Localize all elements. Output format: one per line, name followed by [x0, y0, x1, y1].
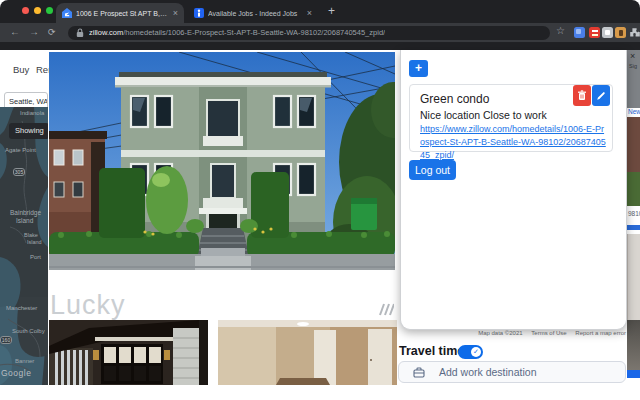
extension-popup: + Green condo Nice location Close to wor… [400, 50, 627, 330]
map-label: Manchester [6, 305, 37, 311]
map-label: Indianola [20, 110, 44, 116]
toggle-check-icon: ✓ [471, 347, 481, 357]
card-title: Green condo [420, 92, 489, 106]
forward-icon[interactable]: → [29, 27, 39, 37]
pencil-icon [596, 91, 606, 101]
nav-rent-link[interactable]: Rent [36, 64, 49, 75]
tab-indeed[interactable]: Available Jobs - Indeed Jobs × [188, 3, 318, 23]
map-tooltip: Showing [9, 123, 48, 139]
add-work-destination-button[interactable]: Add work destination [398, 361, 626, 383]
url-text: zillow.com/homedetails/1006-E-Prospect-S… [89, 28, 385, 37]
add-note-button[interactable]: + [409, 60, 428, 77]
bookmark-star-icon[interactable]: ☆ [556, 26, 565, 36]
tab-title: 1006 E Prospect St APT B, Se [76, 10, 169, 17]
indeed-favicon [194, 8, 204, 18]
browser-toolbar: ← → ⟳ zillow.com/homedetails/1006-E-Pros… [0, 23, 640, 42]
terms-of-use-link[interactable]: Terms of Use [531, 330, 566, 336]
extension-icon-red[interactable] [589, 27, 600, 38]
photo-edge-brick [627, 117, 640, 172]
zillow-nav: Buy Rent [0, 55, 49, 83]
sign-in-partial-text: Sig [629, 63, 637, 69]
card-description: Nice location Close to work [420, 109, 547, 121]
map-label: South Colby [12, 328, 45, 334]
listing-photo-main[interactable] [49, 52, 395, 270]
map-label: Island [16, 218, 33, 225]
listing-photo-porch[interactable] [49, 320, 208, 385]
close-icon[interactable]: × [630, 52, 635, 61]
delete-button[interactable] [573, 85, 591, 106]
url-path: /homedetails/1006-E-Prospect-St-APT-B-Se… [123, 28, 385, 37]
partial-link-text[interactable]: New [628, 108, 640, 115]
route-shield: 305 [13, 168, 25, 176]
extensions-puzzle-icon[interactable] [629, 27, 640, 38]
google-logo: Google [1, 368, 31, 378]
map-attribution: Map data ©2021 Terms of Use Report a map… [400, 330, 626, 336]
photo-edge-interior-dark [627, 320, 640, 370]
map-data-text: Map data ©2021 [478, 330, 522, 336]
photo-edge-interior-light [627, 234, 640, 320]
map-label: Port [30, 254, 41, 260]
briefcase-icon [413, 367, 425, 378]
tab-close-icon[interactable]: × [173, 9, 178, 18]
tab-zillow[interactable]: 1006 E Prospect St APT B, Se × [56, 3, 184, 23]
add-work-destination-label: Add work destination [439, 366, 536, 378]
porch-photo-render [49, 320, 208, 385]
map[interactable]: Indianola Showing Agate Point 305 Bainbr… [0, 107, 48, 385]
extension-icon-blue[interactable] [574, 27, 585, 38]
address-bar[interactable]: zillow.com/homedetails/1006-E-Prospect-S… [68, 26, 550, 40]
logout-button[interactable]: Log out [409, 160, 456, 180]
nav-buy-link[interactable]: Buy [13, 64, 29, 75]
minimize-window-button[interactable] [34, 7, 41, 14]
map-label: Agate Point [5, 147, 36, 153]
extension-icon-orange[interactable] [615, 27, 626, 38]
photo-edge-hedge [627, 172, 640, 206]
reload-icon[interactable]: ⟳ [48, 28, 56, 37]
extension-icon-grey[interactable] [602, 27, 613, 38]
url-domain: zillow.com [89, 28, 123, 37]
screenshot-root: { "browser": { "tabs": [ { "title": "100… [0, 0, 640, 400]
close-window-button[interactable] [22, 7, 29, 14]
partial-zip-text: 9810 [628, 210, 640, 217]
card-link[interactable]: https://www.zillow.com/homedetails/1006-… [420, 123, 606, 162]
gallery-header-edge: × Sig [627, 50, 640, 108]
trash-icon [577, 90, 587, 101]
hallway-photo-render [218, 320, 397, 385]
watermark-glyph [378, 303, 394, 316]
listing-photo-hallway[interactable] [218, 320, 397, 385]
map-label: Bainbridge [10, 210, 41, 217]
map-label: Blake [24, 233, 38, 239]
back-icon[interactable]: ← [10, 27, 20, 37]
tab-close-icon[interactable]: × [307, 9, 312, 18]
watermark-text: Lucky [50, 290, 126, 321]
lock-icon [76, 28, 84, 38]
map-label: Banner [15, 358, 34, 364]
blue-button-edge [627, 370, 640, 378]
zillow-favicon [62, 8, 72, 18]
condo-photo-render [49, 52, 395, 270]
blue-divider-edge [627, 225, 640, 230]
edit-button[interactable] [592, 85, 610, 106]
saved-home-card: Green condo Nice location Close to work … [409, 84, 613, 152]
map-label: Island [27, 240, 42, 246]
travel-times-toggle[interactable]: ✓ [458, 345, 483, 359]
zoom-window-button[interactable] [46, 7, 53, 14]
tab-title: Available Jobs - Indeed Jobs [208, 10, 303, 17]
report-map-error-link[interactable]: Report a map error [575, 330, 626, 336]
new-tab-button[interactable]: + [328, 5, 335, 17]
route-shield: 160 [0, 336, 12, 344]
